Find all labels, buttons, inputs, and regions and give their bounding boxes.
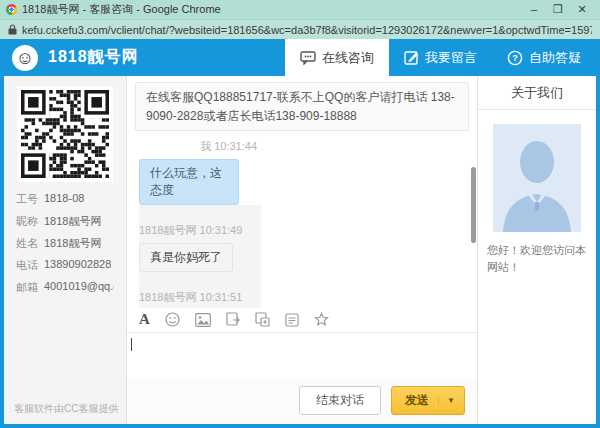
maximize-button[interactable]: ❒ bbox=[546, 3, 570, 16]
app-header: ☺ 1818靓号网 在线咨询 我要留言 ? bbox=[4, 39, 596, 76]
chat-actions: 结束对话 发送 ▼ bbox=[127, 379, 477, 424]
chat-panel: 在线客服QQ188851717-联系不上QQ的客户请打电话 138-9090-2… bbox=[126, 76, 478, 424]
qr-code-box bbox=[17, 86, 113, 182]
font-icon[interactable]: A bbox=[139, 312, 150, 327]
agent-info-row: 姓名 1818靓号网 bbox=[16, 236, 114, 251]
text-caret bbox=[131, 338, 132, 351]
agent-sidebar: 工号 1818-08 昵称 1818靓号网 姓名 1818靓号网 电话 1389… bbox=[4, 76, 126, 424]
send-button[interactable]: 发送 ▼ bbox=[391, 386, 465, 415]
tab-label: 我要留言 bbox=[425, 49, 477, 67]
tab-online-chat[interactable]: 在线咨询 bbox=[285, 39, 389, 76]
file-send-icon[interactable] bbox=[226, 312, 240, 327]
info-label: 工号 bbox=[16, 192, 38, 207]
chat-message: 1818靓号网 10:31:49 真是你妈死了 bbox=[139, 205, 261, 272]
avatar bbox=[493, 124, 581, 232]
favorite-icon[interactable] bbox=[314, 312, 329, 327]
close-button[interactable]: ✕ bbox=[570, 3, 594, 16]
message-meta: 我 10:31:44 bbox=[139, 139, 257, 154]
info-value: 1818靓号网 bbox=[44, 214, 101, 229]
scrollbar-thumb[interactable] bbox=[471, 167, 476, 243]
tab-label: 在线咨询 bbox=[322, 49, 374, 67]
url-text: kefu.cckefu3.com/vclient/chat/?websiteid… bbox=[22, 24, 592, 36]
message-input[interactable] bbox=[127, 333, 477, 379]
chrome-icon bbox=[6, 4, 17, 15]
qr-code bbox=[21, 90, 109, 178]
minimize-button[interactable]: – bbox=[522, 3, 546, 16]
leave-message-icon bbox=[404, 50, 419, 65]
tab-self-help[interactable]: ? 自助答疑 bbox=[492, 39, 596, 76]
message-meta: 1818靓号网 10:31:51 bbox=[139, 290, 261, 305]
url-bar[interactable]: kefu.cckefu3.com/vclient/chat/?websiteid… bbox=[0, 19, 600, 39]
send-button-label: 发送 bbox=[405, 392, 438, 409]
send-dropdown-arrow-icon[interactable]: ▼ bbox=[438, 397, 455, 405]
welcome-text: 您好！欢迎您访问本网站！ bbox=[478, 242, 596, 275]
lock-icon bbox=[8, 24, 17, 35]
agent-info-list: 工号 1818-08 昵称 1818靓号网 姓名 1818靓号网 电话 1389… bbox=[4, 182, 126, 295]
chat-notice: 在线客服QQ188851717-联系不上QQ的客户请打电话 138-9090-2… bbox=[135, 82, 469, 131]
screenshot-icon[interactable] bbox=[255, 312, 270, 327]
end-chat-button[interactable]: 结束对话 bbox=[299, 386, 381, 415]
window-controls: – ❒ ✕ bbox=[522, 3, 594, 16]
agent-info-row: 工号 1818-08 bbox=[16, 192, 114, 207]
window-title: 1818靓号网 - 客服咨询 - Google Chrome bbox=[22, 2, 522, 17]
message-input-area bbox=[127, 333, 477, 379]
info-label: 昵称 bbox=[16, 214, 38, 229]
app-frame: ☺ 1818靓号网 在线咨询 我要留言 ? bbox=[0, 39, 600, 428]
powered-by-text: 客服软件由CC客服提供 bbox=[14, 402, 118, 416]
brand-logo-icon: ☺ bbox=[12, 45, 38, 71]
about-panel: 关于我们 您好！欢迎您访问本网站！ bbox=[478, 76, 596, 424]
quick-reply-icon[interactable] bbox=[285, 313, 299, 327]
tab-leave-message[interactable]: 我要留言 bbox=[389, 39, 492, 76]
info-label: 姓名 bbox=[16, 236, 38, 251]
agent-info-row: 电话 13890902828 bbox=[16, 258, 114, 273]
svg-text:?: ? bbox=[512, 53, 518, 63]
info-value: 4001019@qq.com bbox=[44, 280, 114, 295]
info-label: 邮箱 bbox=[16, 280, 38, 295]
title-bar: 1818靓号网 - 客服咨询 - Google Chrome – ❒ ✕ bbox=[0, 0, 600, 19]
tab-bar: 在线咨询 我要留言 ? 自助答疑 bbox=[285, 39, 596, 76]
brand-name: 1818靓号网 bbox=[48, 47, 139, 68]
info-value: 1818靓号网 bbox=[44, 236, 101, 251]
info-label: 电话 bbox=[16, 258, 38, 273]
chat-message: 1818靓号网 10:31:51 全家死光 bbox=[139, 272, 261, 308]
faq-icon: ? bbox=[507, 50, 523, 66]
agent-info-row: 邮箱 4001019@qq.com bbox=[16, 280, 114, 295]
about-title: 关于我们 bbox=[478, 76, 596, 110]
message-bubble: 什么玩意，这态度 bbox=[139, 159, 239, 205]
emoji-icon[interactable] bbox=[165, 312, 180, 327]
message-meta: 1818靓号网 10:31:49 bbox=[139, 223, 261, 238]
chat-icon bbox=[300, 51, 316, 65]
chat-message: 我 10:31:44 什么玩意，这态度 bbox=[139, 131, 257, 205]
message-bubble: 真是你妈死了 bbox=[139, 243, 233, 272]
agent-info-row: 昵称 1818靓号网 bbox=[16, 214, 114, 229]
info-value: 1818-08 bbox=[44, 192, 84, 207]
main-body: 工号 1818-08 昵称 1818靓号网 姓名 1818靓号网 电话 1389… bbox=[4, 76, 596, 424]
message-list: 我 10:31:44 什么玩意，这态度 1818靓号网 10:31:49 真是你… bbox=[127, 131, 477, 308]
chat-toolbar: A bbox=[127, 308, 477, 333]
browser-window: 1818靓号网 - 客服咨询 - Google Chrome – ❒ ✕ kef… bbox=[0, 0, 600, 428]
info-value: 13890902828 bbox=[44, 258, 111, 273]
image-icon[interactable] bbox=[195, 313, 211, 327]
tab-label: 自助答疑 bbox=[529, 49, 581, 67]
